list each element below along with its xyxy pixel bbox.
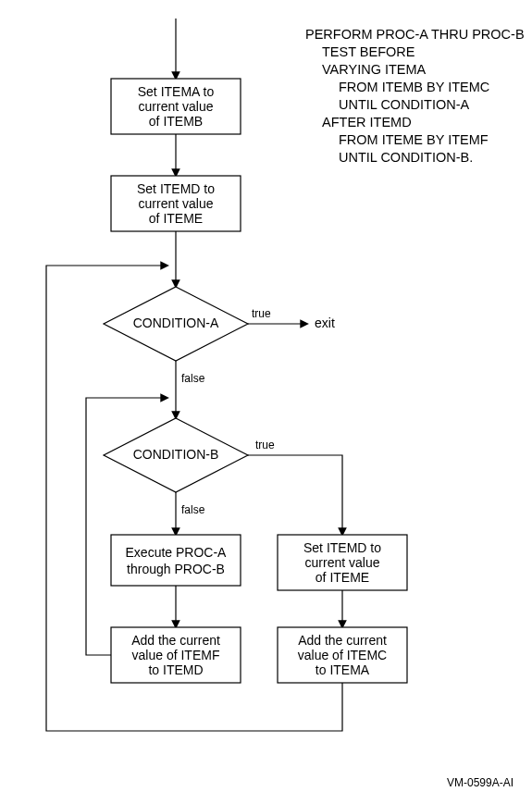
- box-set-itemd-2-l1: Set ITEMD to: [303, 540, 381, 555]
- code-line: UNTIL CONDITION-A: [339, 97, 470, 112]
- code-line: AFTER ITEMD: [322, 115, 412, 130]
- footer-id: VM-0599A-AI: [447, 776, 513, 789]
- label-false-a: false: [181, 372, 205, 385]
- code-line: TEST BEFORE: [322, 44, 415, 59]
- label-true-b: true: [255, 439, 275, 451]
- code-line: PERFORM PROC-A THRU PROC-B: [305, 27, 525, 42]
- label-exit: exit: [315, 315, 335, 330]
- box-exec: [111, 535, 241, 586]
- box-set-itema-l2: current value: [139, 99, 214, 114]
- arrow-cond-b-true: [248, 455, 342, 535]
- box-add-itemf-l2: value of ITEMF: [132, 648, 220, 662]
- box-set-itema-l1: Set ITEMA to: [138, 84, 215, 99]
- box-set-itemd-2-l2: current value: [305, 555, 380, 570]
- code-line: FROM ITEMB BY ITEMC: [339, 80, 489, 94]
- box-set-itema-l3: of ITEMB: [149, 114, 203, 129]
- box-set-itemd-l1: Set ITEMD to: [137, 181, 215, 196]
- box-add-itemc-l1: Add the current: [298, 633, 387, 648]
- box-add-itemf-l1: Add the current: [131, 633, 220, 648]
- code-line: FROM ITEME BY ITEMF: [339, 132, 489, 147]
- box-add-itemc-l3: to ITEMA: [315, 662, 370, 677]
- flowchart-diagram: Set ITEMA to current value of ITEMB Set …: [0, 0, 532, 804]
- code-block: PERFORM PROC-A THRU PROC-BTEST BEFOREVAR…: [305, 27, 525, 165]
- box-exec-l1: Execute PROC-A: [126, 545, 228, 560]
- code-line: VARYING ITEMA: [322, 62, 427, 77]
- diamond-condition-a-label: CONDITION-A: [133, 315, 219, 330]
- diamond-condition-b-label: CONDITION-B: [133, 447, 219, 462]
- box-add-itemf-l3: to ITEMD: [148, 662, 203, 677]
- box-set-itemd-l2: current value: [139, 196, 214, 211]
- box-add-itemc-l2: value of ITEMC: [298, 648, 387, 662]
- code-line: UNTIL CONDITION-B.: [339, 150, 473, 165]
- label-false-b: false: [181, 503, 205, 516]
- box-exec-l2: through PROC-B: [127, 562, 225, 576]
- box-set-itemd-2-l3: of ITEME: [315, 570, 369, 585]
- box-set-itemd-l3: of ITEME: [149, 211, 203, 226]
- label-true-a: true: [252, 307, 271, 320]
